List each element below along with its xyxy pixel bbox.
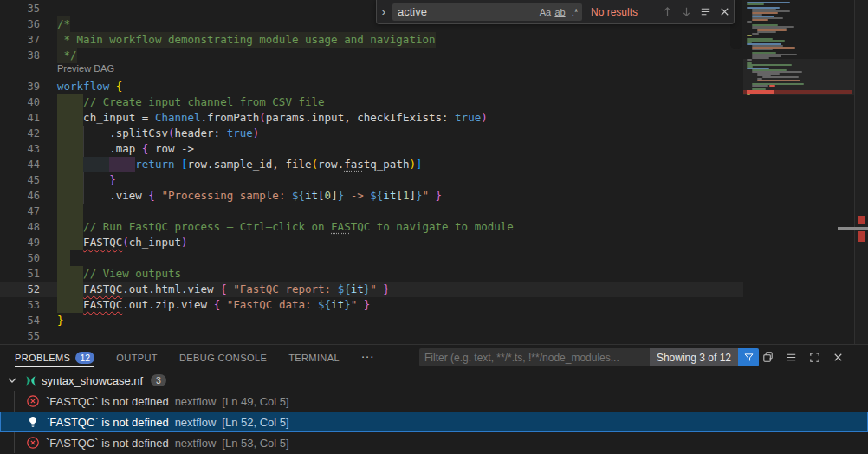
- tab-debug-console-label: DEBUG CONSOLE: [179, 353, 267, 363]
- find-in-selection-icon[interactable]: [696, 3, 715, 22]
- overview-ruler[interactable]: [854, 0, 868, 344]
- problem-row[interactable]: `FASTQC` is not definednextflow[Ln 49, C…: [0, 391, 868, 412]
- code-editor[interactable]: 3536/*37 * Main workflow demonstrating m…: [0, 0, 868, 344]
- line-number[interactable]: 52: [0, 282, 40, 297]
- problems-filter-input[interactable]: [419, 352, 650, 364]
- line-number[interactable]: 47: [0, 204, 40, 219]
- copy-icon[interactable]: [760, 350, 775, 366]
- line-number[interactable]: 37: [0, 32, 40, 48]
- error-icon: [26, 436, 40, 450]
- code-line-41[interactable]: 41 ch_input = Channel.fromPath(params.in…: [0, 110, 868, 126]
- previous-match-icon[interactable]: [657, 3, 677, 22]
- line-number[interactable]: 54: [0, 313, 40, 328]
- code-token: row ->: [148, 142, 194, 155]
- codelens-preview-dag[interactable]: Preview DAG: [57, 63, 114, 79]
- line-number[interactable]: 35: [0, 1, 40, 16]
- code-token: (: [259, 111, 266, 124]
- code-token: [: [181, 158, 188, 171]
- line-number[interactable]: 36: [0, 16, 40, 32]
- code-token: tq_path: [364, 158, 410, 171]
- code-line-45[interactable]: 45 }: [0, 172, 868, 188]
- code-line-53[interactable]: 53 FASTQC.out.zip.view { "FastQC data: $…: [0, 297, 868, 313]
- line-number[interactable]: 43: [0, 141, 40, 157]
- problems-file-row[interactable]: syntax_showcase.nf 3: [0, 370, 868, 391]
- panel-more-actions-icon[interactable]: ···: [361, 351, 374, 364]
- whole-word-icon[interactable]: ab: [553, 7, 567, 17]
- code-line-51[interactable]: 51 // View outputs: [0, 266, 868, 282]
- code-token: ": [423, 189, 430, 202]
- line-number[interactable]: 41: [0, 110, 40, 126]
- code-text: FASTQC.out.zip.view { "FastQC data: ${it…: [57, 297, 370, 313]
- toggle-replace-chevron-icon[interactable]: ›: [377, 5, 391, 18]
- ruler-error-mark: [858, 216, 865, 224]
- file-name: syntax_showcase.nf: [42, 374, 143, 387]
- code-token: * Main workflow demonstrating module usa…: [57, 33, 436, 46]
- line-number[interactable]: 49: [0, 235, 40, 250]
- code-line-39[interactable]: 39workflow {: [0, 79, 868, 94]
- code-line-48[interactable]: 48 // Run FastQC process – Ctrl–click on…: [0, 219, 868, 235]
- code-token: it: [331, 298, 344, 311]
- maximize-panel-icon[interactable]: [806, 350, 822, 366]
- minimap-slider[interactable]: [743, 59, 854, 95]
- code-line-46[interactable]: 46 .view { "Processing sample: ${it[0]} …: [0, 188, 868, 204]
- code-line-49[interactable]: 49 FASTQC(ch_input): [0, 235, 868, 250]
- code-token: [357, 298, 364, 311]
- panel-action-icons: [760, 345, 845, 370]
- code-text: */: [57, 48, 77, 63]
- problem-row[interactable]: `FASTQC` is not definednextflow[Ln 52, C…: [0, 412, 868, 432]
- code-token: it: [383, 189, 396, 202]
- match-case-icon[interactable]: Aa: [538, 7, 553, 17]
- tab-terminal[interactable]: TERMINAL: [288, 346, 340, 370]
- code-token: ): [409, 158, 416, 171]
- line-number[interactable]: 42: [0, 126, 40, 141]
- line-number[interactable]: 51: [0, 266, 40, 282]
- code-line-54[interactable]: 54}: [0, 313, 868, 328]
- next-match-icon[interactable]: [677, 3, 696, 22]
- code-token: it: [351, 282, 364, 295]
- code-line-38[interactable]: 38 */: [0, 48, 868, 63]
- minimap-line: [752, 33, 759, 35]
- line-number[interactable]: 50: [0, 250, 40, 266]
- line-number[interactable]: 48: [0, 219, 40, 235]
- code-line-55[interactable]: 55: [0, 328, 868, 344]
- tab-output-label: OUTPUT: [116, 353, 158, 363]
- code-line-44[interactable]: 44 return [row.sample_id, file(row.fastq…: [0, 157, 868, 172]
- line-number[interactable]: 40: [0, 94, 40, 110]
- code-line-52[interactable]: 52 FASTQC.out.html.view { "FastQC report…: [0, 282, 868, 297]
- minimap-line: [747, 3, 764, 5]
- tab-output[interactable]: OUTPUT: [116, 346, 158, 370]
- minimap[interactable]: [743, 0, 854, 344]
- code-line-43[interactable]: 43 .map { row ->: [0, 141, 868, 157]
- tab-debug-console[interactable]: DEBUG CONSOLE: [179, 346, 267, 370]
- line-number[interactable]: 46: [0, 188, 40, 204]
- line-number[interactable]: 38: [0, 48, 40, 63]
- code-token: /*: [57, 17, 70, 30]
- code-token: [220, 298, 227, 311]
- tab-problems[interactable]: PROBLEMS 12: [15, 346, 94, 370]
- code-token: row.sample_id, file: [188, 158, 312, 171]
- code-line-50[interactable]: 50: [0, 250, 868, 266]
- code-line-42[interactable]: 42 .splitCsv(header: true): [0, 126, 868, 141]
- find-input-box[interactable]: Aa ab .*: [392, 3, 582, 21]
- line-number[interactable]: 39: [0, 79, 40, 94]
- close-find-icon[interactable]: [715, 3, 734, 22]
- code-token: .map: [57, 142, 142, 155]
- code-token: [429, 189, 436, 202]
- problem-row[interactable]: `FASTQC` is not definednextflow[Ln 53, C…: [0, 432, 868, 453]
- find-input[interactable]: [392, 5, 538, 18]
- regex-icon[interactable]: .*: [567, 7, 582, 17]
- line-number[interactable]: 45: [0, 172, 40, 188]
- filter-funnel-icon[interactable]: [738, 348, 759, 366]
- line-number[interactable]: 44: [0, 157, 40, 172]
- code-token: [57, 298, 83, 311]
- view-as-list-icon[interactable]: [783, 350, 799, 366]
- code-text: }: [57, 313, 64, 328]
- code-line-40[interactable]: 40 // Create input channel from CSV file: [0, 94, 868, 110]
- line-number[interactable]: 55: [0, 328, 40, 344]
- code-line-47[interactable]: 47: [0, 204, 868, 219]
- line-number[interactable]: 53: [0, 297, 40, 313]
- problems-filter-box[interactable]: Showing 3 of 12: [419, 348, 759, 366]
- code-token: ${: [338, 282, 351, 295]
- close-panel-icon[interactable]: [830, 350, 845, 366]
- code-token: header:: [174, 126, 226, 139]
